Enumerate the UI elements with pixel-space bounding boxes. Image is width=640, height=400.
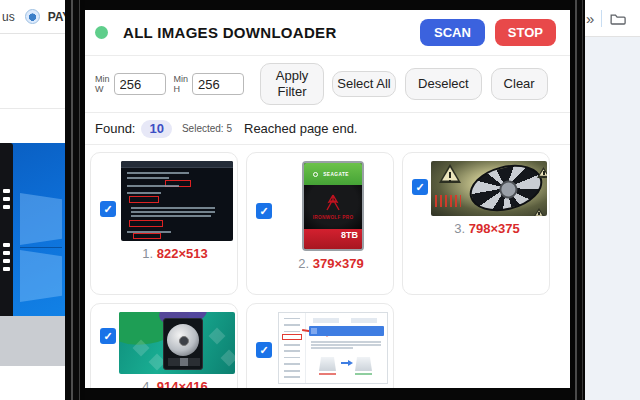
image-label: 2. 379×379 bbox=[247, 256, 393, 271]
min-height-input[interactable] bbox=[192, 73, 244, 95]
fan-icon bbox=[465, 161, 547, 216]
drive-green-band: SEAGATE bbox=[304, 163, 362, 185]
all-images-downloader-popup: ALL IMAGES DOWNLOADER SCAN STOP Min W Mi… bbox=[85, 10, 570, 388]
target-disk-icon bbox=[355, 357, 372, 371]
popup-frame-bottom bbox=[65, 388, 585, 400]
bookmark-item-us[interactable]: us bbox=[2, 10, 15, 24]
image-card-3[interactable]: 3. 798×375 bbox=[402, 152, 550, 295]
image-card-5[interactable] bbox=[246, 303, 394, 388]
image-thumbnail-hdd-art[interactable] bbox=[119, 312, 235, 374]
found-count-badge: 10 bbox=[141, 120, 171, 138]
extensions-overflow-icon[interactable]: » bbox=[586, 10, 594, 27]
hard-drive-graphic bbox=[163, 318, 203, 370]
warning-triangle-icon bbox=[533, 208, 545, 216]
image-thumbnail-ironwolf-drive[interactable]: SEAGATE IRONWOLF PRO 8TB bbox=[302, 161, 364, 251]
image-checkbox[interactable] bbox=[256, 203, 272, 219]
page-end-message: Reached page end. bbox=[244, 121, 357, 136]
popup-title: ALL IMAGES DOWNLOADER bbox=[123, 24, 337, 41]
stop-button[interactable]: STOP bbox=[495, 19, 556, 46]
image-checkbox[interactable] bbox=[100, 201, 116, 217]
status-dot-icon bbox=[95, 26, 108, 39]
deselect-button[interactable]: Deselect bbox=[405, 68, 482, 100]
toolbar-separator bbox=[601, 10, 602, 27]
image-grid: 1. 822×513 SEAGATE bbox=[85, 145, 570, 388]
image-thumbnail-terminal[interactable] bbox=[121, 161, 233, 241]
app-sidebar-graphic bbox=[279, 313, 306, 383]
image-card-2[interactable]: SEAGATE IRONWOLF PRO 8TB bbox=[246, 152, 394, 295]
highlighted-menu-item bbox=[282, 334, 302, 340]
popup-header: ALL IMAGES DOWNLOADER SCAN STOP bbox=[85, 10, 570, 56]
min-height-label: Min H bbox=[174, 74, 189, 95]
image-label: 4. 914×416 bbox=[91, 379, 237, 388]
drive-black-band: IRONWOLF PRO bbox=[304, 185, 362, 229]
min-width-label: Min W bbox=[95, 74, 110, 95]
clear-button[interactable]: Clear bbox=[491, 68, 548, 100]
status-row: Found: 10 Selected: 5 Reached page end. bbox=[85, 113, 570, 145]
warning-triangle-icon bbox=[439, 164, 461, 183]
popup-frame-left bbox=[65, 0, 85, 400]
min-width-input[interactable] bbox=[114, 73, 166, 95]
image-checkbox[interactable] bbox=[256, 342, 272, 358]
red-bars-graphic bbox=[435, 195, 461, 207]
wolf-logo-icon bbox=[322, 194, 344, 212]
blue-banner-graphic bbox=[309, 326, 384, 336]
source-disk-icon bbox=[319, 357, 336, 371]
image-card-4[interactable]: 4. 914×416 bbox=[90, 303, 238, 388]
image-card-1[interactable]: 1. 822×513 bbox=[90, 152, 238, 295]
scan-button[interactable]: SCAN bbox=[420, 19, 485, 46]
terminal-titlebar bbox=[121, 161, 233, 168]
drive-red-band: 8TB bbox=[304, 229, 362, 249]
filter-row: Min W Min H Apply Filter Select All Dese… bbox=[85, 56, 570, 113]
bookmarks-folder-icon[interactable] bbox=[610, 12, 626, 25]
select-all-button[interactable]: Select All bbox=[332, 71, 396, 97]
popup-frame-top bbox=[65, 0, 585, 10]
popup-frame-right bbox=[570, 0, 585, 400]
found-label: Found: bbox=[95, 121, 135, 136]
seagate-logo-icon bbox=[313, 172, 318, 177]
browser-toolbar-right: » bbox=[585, 0, 640, 37]
screenshot-stage: us PAY » ALL IMAGES DOWNLOADER SCAN bbox=[0, 0, 640, 400]
image-thumbnail-warning-art[interactable] bbox=[431, 161, 547, 216]
page-background-right bbox=[585, 37, 640, 400]
image-label: 1. 822×513 bbox=[91, 246, 237, 261]
apply-filter-button[interactable]: Apply Filter bbox=[260, 63, 324, 106]
bookmark-favicon-icon[interactable] bbox=[25, 9, 40, 24]
image-checkbox[interactable] bbox=[100, 328, 116, 344]
windows-logo-pane bbox=[20, 250, 62, 302]
selected-count-label: Selected: 5 bbox=[182, 123, 232, 134]
image-checkbox[interactable] bbox=[412, 179, 428, 195]
arrow-right-icon bbox=[341, 362, 349, 364]
windows-logo-pane bbox=[20, 193, 62, 245]
image-thumbnail-clone-wizard[interactable] bbox=[278, 312, 388, 384]
image-label: 3. 798×375 bbox=[403, 221, 549, 236]
